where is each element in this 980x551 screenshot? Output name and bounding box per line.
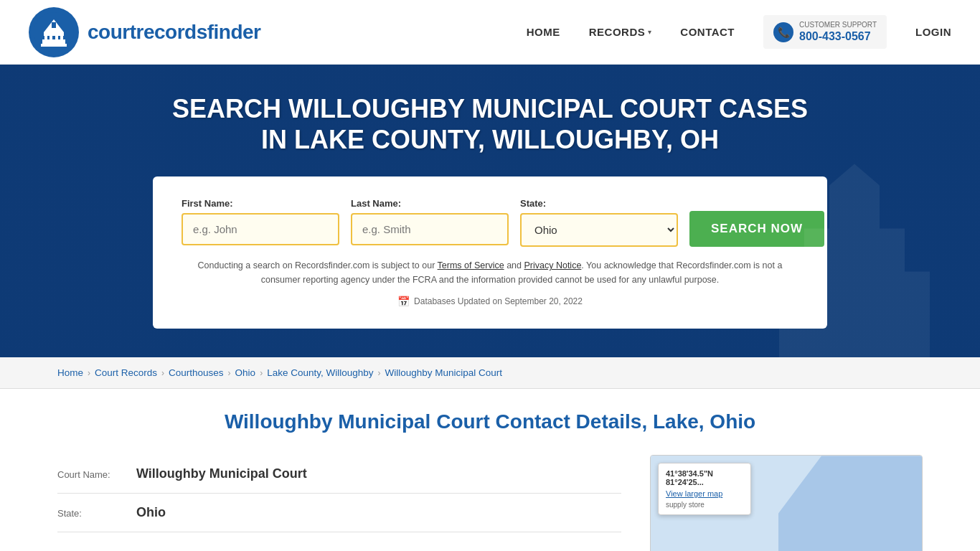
main-content: Willoughby Municipal Court Contact Detai… bbox=[0, 389, 980, 551]
breadcrumb-sep-2: › bbox=[161, 368, 164, 378]
phone-block: 📞 CUSTOMER SUPPORT 800-433-0567 bbox=[763, 15, 887, 49]
content-grid: Court Name: Willoughby Municipal Court S… bbox=[57, 455, 923, 551]
breadcrumb-bar: Home › Court Records › Courthouses › Ohi… bbox=[0, 357, 980, 389]
nav-login[interactable]: LOGIN bbox=[915, 26, 951, 38]
svg-rect-5 bbox=[55, 35, 58, 41]
state-label: State: bbox=[520, 198, 678, 209]
breadcrumb-ohio[interactable]: Ohio bbox=[235, 367, 256, 378]
map-container: Elm St Elm St Hola Tacos Willoughby Taco… bbox=[650, 455, 923, 551]
last-name-input[interactable] bbox=[351, 213, 509, 245]
phone-label: CUSTOMER SUPPORT bbox=[799, 21, 877, 29]
breadcrumb-sep-5: › bbox=[377, 368, 380, 378]
breadcrumb-sep-1: › bbox=[88, 368, 90, 378]
state-value-detail: Ohio bbox=[136, 505, 166, 520]
svg-rect-4 bbox=[50, 35, 52, 41]
nav-contact[interactable]: CONTACT bbox=[680, 26, 735, 38]
nav-home[interactable]: HOME bbox=[527, 26, 560, 38]
map-popup: 41°38'34.5"N 81°24'25... View larger map… bbox=[658, 463, 751, 515]
phone-number: 800-433-0567 bbox=[799, 29, 877, 43]
breadcrumb-sep-3: › bbox=[228, 368, 231, 378]
breadcrumb-sep-4: › bbox=[260, 368, 263, 378]
state-select[interactable]: Ohio Alabama Alaska California Florida N… bbox=[520, 213, 678, 247]
first-name-input[interactable] bbox=[182, 213, 339, 245]
nav-records-wrapper: RECORDS ▾ bbox=[589, 26, 652, 38]
state-row: State: Ohio bbox=[57, 494, 621, 532]
svg-rect-6 bbox=[60, 35, 63, 41]
search-now-button[interactable]: SEARCH NOW bbox=[689, 211, 824, 247]
page-title: Willoughby Municipal Court Contact Detai… bbox=[57, 410, 923, 433]
logo-link[interactable]: courtrecordsfinder bbox=[29, 7, 527, 57]
privacy-link[interactable]: Privacy Notice bbox=[524, 260, 581, 270]
chevron-down-icon: ▾ bbox=[648, 28, 651, 36]
tos-link[interactable]: Terms of Service bbox=[438, 260, 504, 270]
svg-rect-2 bbox=[41, 44, 67, 47]
details-column: Court Name: Willoughby Municipal Court S… bbox=[57, 455, 621, 551]
hero-section: SEARCH WILLOUGHBY MUNICIPAL COURT CASES … bbox=[0, 65, 980, 357]
court-name-label: Court Name: bbox=[57, 469, 129, 480]
phone-icon: 📞 bbox=[773, 22, 793, 42]
site-header: courtrecordsfinder HOME RECORDS ▾ CONTAC… bbox=[0, 0, 980, 65]
last-name-label: Last Name: bbox=[351, 198, 509, 209]
calendar-icon: 📅 bbox=[397, 296, 410, 307]
first-name-label: First Name: bbox=[182, 198, 339, 209]
map-view-larger[interactable]: View larger map bbox=[666, 489, 743, 498]
disclaimer-text: Conducting a search on Recordsfinder.com… bbox=[182, 258, 798, 287]
db-updated: 📅 Databases Updated on September 20, 202… bbox=[182, 296, 798, 307]
breadcrumb-lake-county[interactable]: Lake County, Willoughby bbox=[267, 367, 373, 378]
phone-text: CUSTOMER SUPPORT 800-433-0567 bbox=[799, 21, 877, 43]
map-coords: 41°38'34.5"N 81°24'25... bbox=[666, 469, 743, 486]
map-shape bbox=[778, 456, 922, 551]
breadcrumb-court-records[interactable]: Court Records bbox=[95, 367, 157, 378]
state-field-group: State: Ohio Alabama Alaska California Fl… bbox=[520, 198, 678, 247]
svg-rect-7 bbox=[44, 32, 64, 36]
last-name-field-group: Last Name: bbox=[351, 198, 509, 247]
hero-title: SEARCH WILLOUGHBY MUNICIPAL COURT CASES … bbox=[167, 93, 813, 155]
map-supply-label: supply store bbox=[666, 501, 743, 509]
svg-rect-9 bbox=[52, 22, 56, 28]
nav-records[interactable]: RECORDS bbox=[589, 26, 646, 38]
state-label-detail: State: bbox=[57, 508, 129, 519]
map-column: Elm St Elm St Hola Tacos Willoughby Taco… bbox=[650, 455, 923, 551]
logo-text: courtrecordsfinder bbox=[88, 21, 261, 44]
first-name-field-group: First Name: bbox=[182, 198, 339, 247]
search-box: First Name: Last Name: State: Ohio Alaba… bbox=[153, 176, 827, 329]
court-name-value: Willoughby Municipal Court bbox=[136, 466, 307, 481]
breadcrumb-home[interactable]: Home bbox=[57, 367, 83, 378]
breadcrumb-current: Willoughby Municipal Court bbox=[385, 367, 502, 378]
court-name-row: Court Name: Willoughby Municipal Court bbox=[57, 455, 621, 494]
logo-icon bbox=[29, 7, 79, 57]
search-fields: First Name: Last Name: State: Ohio Alaba… bbox=[182, 198, 798, 247]
svg-rect-3 bbox=[44, 35, 47, 41]
main-nav: HOME RECORDS ▾ CONTACT 📞 CUSTOMER SUPPOR… bbox=[527, 15, 951, 49]
breadcrumb: Home › Court Records › Courthouses › Ohi… bbox=[57, 367, 923, 378]
breadcrumb-courthouses[interactable]: Courthouses bbox=[169, 367, 224, 378]
